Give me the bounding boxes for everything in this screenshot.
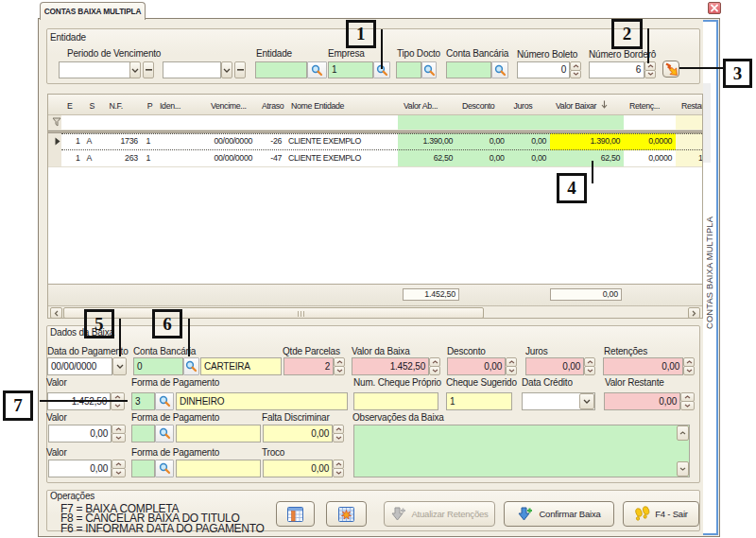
grid-filter-cell[interactable] — [550, 115, 625, 130]
conta-bancaria-input[interactable] — [446, 61, 491, 78]
grid-column-header[interactable]: Vencime... — [205, 95, 257, 115]
grid-column-header[interactable]: N.F. — [104, 95, 143, 115]
retencoes-spinner[interactable] — [683, 357, 695, 375]
entidade-input[interactable] — [255, 61, 307, 78]
hscroll-thumb[interactable] — [63, 307, 484, 319]
periodo-inicio-input[interactable] — [59, 61, 130, 78]
forma3-input[interactable] — [131, 460, 155, 477]
grid-column-header[interactable]: Iden... — [154, 95, 206, 115]
grid-row-indicator[interactable] — [48, 150, 62, 167]
sair-button[interactable]: F4 - Sair — [623, 501, 699, 527]
grid-column-header[interactable]: Restante — [676, 95, 703, 115]
data-pagamento-input[interactable]: 00/00/0000 — [47, 357, 112, 375]
grid-column-header[interactable]: Retenç... — [624, 95, 677, 115]
grid-column-header[interactable]: E — [61, 95, 85, 115]
grid-filter-cell[interactable] — [285, 115, 399, 130]
num-cheque-input[interactable] — [353, 392, 438, 410]
periodo-fim-dropdown-icon[interactable] — [221, 61, 232, 78]
grid-filter-cell[interactable] — [154, 115, 206, 130]
grid-column-header[interactable]: Valor Baixar — [550, 95, 625, 115]
hscroll-right-icon[interactable] — [688, 307, 700, 319]
grid-cell[interactable]: -47 — [256, 150, 286, 167]
confirmar-baixa-button[interactable]: Confirmar Baixa — [504, 501, 614, 527]
grid-cell[interactable] — [154, 150, 206, 167]
grid-column-header[interactable]: S — [84, 95, 105, 115]
grid-cell[interactable]: 00/00/0000 — [205, 133, 257, 150]
numero-boleto-spinner[interactable] — [570, 61, 581, 78]
forma3-name[interactable] — [176, 460, 261, 477]
grid-cell[interactable]: 1.390,00 — [398, 133, 457, 150]
grid-filter-cell[interactable] — [508, 115, 552, 130]
grid-column-header[interactable]: Atraso — [256, 95, 286, 115]
grid-cell[interactable]: 0,0000 — [624, 133, 677, 150]
dados-conta-bancaria-name[interactable]: CARTEIRA — [200, 357, 282, 375]
observacoes-scroll-down-icon[interactable] — [677, 461, 689, 477]
grid-filter-cell[interactable] — [205, 115, 257, 130]
forma2-search-icon[interactable] — [155, 425, 174, 443]
forma2-name[interactable] — [176, 425, 261, 443]
atualizar-retencoes-button[interactable]: Atualizar Retenções — [384, 501, 495, 527]
grid-cell[interactable]: 0,00 — [456, 133, 509, 150]
cheque-sugerido-input[interactable]: 1 — [446, 392, 512, 410]
grid-filter-cell[interactable] — [456, 115, 509, 130]
grid-cell[interactable]: CLIENTE EXEMPLO — [285, 150, 399, 167]
grid-cell[interactable]: 0,00 — [508, 150, 552, 167]
entidade-search-icon[interactable] — [307, 61, 327, 78]
grid-filter-cell[interactable] — [84, 115, 105, 130]
data-pagamento-dropdown-icon[interactable] — [112, 357, 127, 375]
data-credito-dropdown-icon[interactable] — [579, 393, 594, 409]
tipo-docto-input[interactable] — [396, 61, 421, 78]
grid-cell[interactable]: 1 — [61, 133, 85, 150]
grid-cell[interactable] — [676, 133, 703, 150]
grid-column-header[interactable]: Nome Entidade — [285, 95, 399, 115]
grid-cell[interactable]: 00/00/0000 — [205, 150, 257, 167]
grid-filter-cell[interactable] — [256, 115, 286, 130]
numero-boleto-input[interactable]: 0 — [517, 61, 570, 78]
dados-desconto-spinner[interactable] — [506, 357, 517, 375]
troco-input[interactable]: 0,00 — [263, 460, 333, 477]
grid-cell[interactable]: 1.390,00 — [550, 133, 625, 150]
forma1-search-icon[interactable] — [155, 392, 174, 410]
falta-discriminar-spinner[interactable] — [333, 425, 344, 443]
grid-filter-cell[interactable] — [676, 115, 703, 130]
grid-cell[interactable]: -26 — [256, 133, 286, 150]
forma3-search-icon[interactable] — [155, 460, 174, 477]
qtde-parcelas-input[interactable]: 2 — [284, 357, 334, 375]
grid-column-header[interactable]: Desconto — [456, 95, 509, 115]
grid-cell[interactable]: 263 — [104, 150, 143, 167]
grid-filter-cell[interactable] — [142, 115, 155, 130]
numero-bordero-spinner[interactable] — [644, 61, 656, 78]
forma2-input[interactable] — [131, 425, 155, 443]
valor-baixa-input[interactable]: 1.452,50 — [352, 357, 429, 375]
grid-cell[interactable]: A — [84, 133, 105, 150]
observacoes-scroll-up-icon[interactable] — [677, 425, 689, 441]
observacoes-textarea[interactable] — [353, 425, 690, 477]
grid-filter-indicator-cell[interactable] — [48, 115, 62, 130]
grid-cell[interactable]: 1 — [142, 133, 155, 150]
grid-row-indicator[interactable] — [48, 133, 62, 150]
grid-hscrollbar[interactable] — [48, 305, 702, 319]
grid-cell[interactable] — [154, 133, 206, 150]
grid-cell[interactable]: 62,50 — [550, 150, 625, 167]
grid-column-header[interactable]: P — [142, 95, 155, 115]
troco-spinner[interactable] — [333, 460, 344, 477]
conta-bancaria-search-icon[interactable] — [491, 61, 508, 78]
empresa-input[interactable]: 1 — [328, 61, 373, 78]
periodo-fim-clear-button[interactable] — [234, 61, 246, 78]
grid-cell[interactable]: 0,00 — [508, 133, 552, 150]
numero-bordero-input[interactable]: 6 — [589, 61, 644, 78]
periodo-inicio-dropdown-icon[interactable] — [129, 61, 141, 78]
close-icon[interactable] — [708, 2, 721, 14]
grid-cell[interactable]: 0,0000 — [624, 150, 677, 167]
valor-baixa-spinner[interactable] — [429, 357, 440, 375]
column-layout-button[interactable] — [276, 501, 315, 527]
grid-column-header[interactable]: Valor Ab... — [398, 95, 457, 115]
grid-filter-cell[interactable] — [398, 115, 457, 130]
gerar-bordero-button[interactable] — [662, 61, 679, 78]
grid-filter-cell[interactable] — [104, 115, 143, 130]
grid-column-header[interactable]: Juros — [508, 95, 552, 115]
grid-filter-cell[interactable] — [61, 115, 85, 130]
grid-cell[interactable]: 1 — [142, 150, 155, 167]
tab-contas-baixa-multipla[interactable]: CONTAS BAIXA MULTIPLA — [40, 2, 146, 20]
grid-cell[interactable]: CLIENTE EXEMPLO — [285, 133, 399, 150]
